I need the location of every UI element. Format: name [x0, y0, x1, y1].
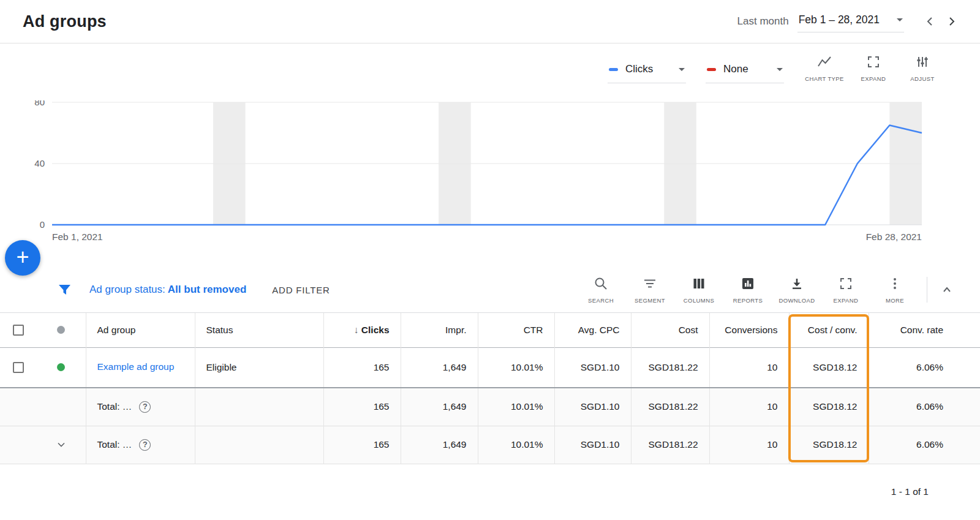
total-label: Total: …: [97, 401, 132, 412]
filter-funnel-icon: [58, 284, 71, 296]
total-ctr-cell: 10.01%: [478, 426, 554, 464]
search-icon: [594, 276, 608, 293]
col-header-ctr[interactable]: CTR: [478, 313, 554, 347]
col-header-conversions[interactable]: Conversions: [709, 313, 789, 347]
expand-icon: [866, 55, 881, 72]
add-filter-button[interactable]: ADD FILTER: [272, 285, 330, 295]
help-icon[interactable]: ?: [139, 439, 151, 451]
total-avg-cpc-cell: SGD1.10: [554, 388, 631, 426]
total-cost-per-conv-cell: SGD18.12: [789, 426, 869, 464]
date-preset-label: Last month: [737, 15, 789, 28]
table-row: Example ad group Eligible 165 1,649 10.0…: [0, 347, 980, 388]
table-toolbar: Ad group status:All but removed ADD FILT…: [0, 267, 980, 313]
download-icon: [790, 276, 804, 293]
svg-text:40: 40: [34, 158, 45, 168]
cost-cell: SGD181.22: [631, 347, 709, 388]
top-bar: Ad groups Last month Feb 1 – 28, 2021: [0, 0, 980, 43]
ad-group-name-link[interactable]: Example ad group: [97, 361, 175, 374]
pagination-bar: 1 - 1 of 1: [0, 464, 980, 519]
row-checkbox[interactable]: [13, 362, 24, 373]
collapse-panel-button[interactable]: [932, 275, 962, 304]
chevron-down-icon: [897, 18, 903, 21]
ad-groups-table: Ad group Status ↓Clicks Impr. CTR Avg. C…: [0, 313, 980, 464]
segment-button[interactable]: SEGMENT: [625, 276, 674, 304]
chevron-down-icon: [679, 68, 685, 71]
total-cost-cell: SGD181.22: [631, 426, 709, 464]
chart-x-axis-labels: Feb 1, 2021 Feb 28, 2021: [52, 232, 922, 243]
chevron-down-icon: [777, 68, 783, 71]
previous-period-button[interactable]: [920, 11, 941, 32]
total-cost-per-conv-cell: SGD18.12: [789, 388, 869, 426]
ad-group-status-cell: Eligible: [195, 347, 323, 388]
reports-button[interactable]: REPORTS: [723, 276, 772, 304]
date-range-selector[interactable]: Feb 1 – 28, 2021: [797, 11, 904, 32]
cost-per-conv-cell: SGD18.12: [789, 347, 869, 388]
series-2-label: None: [723, 63, 748, 75]
date-range-value: Feb 1 – 28, 2021: [799, 13, 880, 26]
col-header-status[interactable]: Status: [195, 313, 323, 347]
total-ctr-cell: 10.01%: [478, 388, 554, 426]
status-enabled-dot-icon: [57, 363, 65, 371]
table-expand-button[interactable]: EXPAND: [821, 276, 870, 304]
pagination-label: 1 - 1 of 1: [891, 486, 929, 497]
series-2-color-dash-icon: [707, 68, 716, 71]
download-button[interactable]: DOWNLOAD: [772, 276, 821, 304]
conversions-cell: 10: [709, 347, 789, 388]
x-axis-start-label: Feb 1, 2021: [52, 232, 103, 243]
total-account-row: Total: … ? 165 1,649 10.01% SGD1.10 SGD1…: [0, 426, 980, 464]
total-label: Total: …: [97, 439, 132, 450]
x-axis-end-label: Feb 28, 2021: [866, 232, 922, 243]
more-button[interactable]: MORE: [870, 276, 919, 304]
col-header-ad-group[interactable]: Ad group: [86, 313, 195, 347]
total-cost-cell: SGD181.22: [631, 388, 709, 426]
status-dot-header-icon: [57, 326, 65, 334]
search-button[interactable]: SEARCH: [576, 276, 625, 304]
ctr-cell: 10.01%: [478, 347, 554, 388]
total-impressions-cell: 1,649: [401, 388, 478, 426]
svg-text:0: 0: [40, 219, 45, 230]
col-header-avg-cpc[interactable]: Avg. CPC: [554, 313, 631, 347]
chart-type-icon: [817, 55, 832, 72]
chart-expand-button[interactable]: EXPAND: [849, 55, 898, 82]
sliders-icon: [915, 55, 930, 72]
series-1-label: Clicks: [625, 63, 653, 75]
more-vertical-icon: [888, 276, 902, 293]
svg-text:80: 80: [34, 100, 45, 107]
total-clicks-cell: 165: [323, 388, 401, 426]
total-conv-rate-cell: 6.06%: [869, 426, 980, 464]
select-all-checkbox[interactable]: [13, 325, 24, 336]
chart-type-button[interactable]: CHART TYPE: [800, 55, 849, 82]
total-impressions-cell: 1,649: [401, 426, 478, 464]
expand-totals-chevron-down-icon[interactable]: [48, 439, 75, 451]
conv-rate-cell: 6.06%: [869, 347, 980, 388]
chart-adjust-button[interactable]: ADJUST: [898, 55, 947, 82]
columns-icon: [692, 276, 706, 293]
impressions-cell: 1,649: [401, 347, 478, 388]
total-filtered-row: Total: … ? 165 1,649 10.01% SGD1.10 SGD1…: [0, 388, 980, 426]
col-header-cost-per-conv[interactable]: Cost / conv.: [789, 313, 869, 347]
add-ad-group-button[interactable]: +: [5, 240, 40, 276]
total-avg-cpc-cell: SGD1.10: [554, 426, 631, 464]
columns-button[interactable]: COLUMNS: [674, 276, 723, 304]
expand-icon: [839, 276, 853, 293]
date-range-area: Last month Feb 1 – 28, 2021: [737, 11, 962, 32]
chart-series-2-selector[interactable]: None: [706, 57, 784, 83]
col-header-cost[interactable]: Cost: [631, 313, 709, 347]
help-icon[interactable]: ?: [139, 401, 151, 413]
reports-icon: [741, 276, 755, 293]
col-header-conv-rate[interactable]: Conv. rate: [869, 313, 980, 347]
sort-descending-icon: ↓: [354, 325, 359, 335]
table-header-row: Ad group Status ↓Clicks Impr. CTR Avg. C…: [0, 313, 980, 347]
chart-controls: Clicks None CHART TYPE EXPAND: [608, 55, 947, 83]
clicks-line-chart: 04080: [0, 100, 980, 230]
chart-series-1-selector[interactable]: Clicks: [608, 57, 686, 83]
toolbar-divider: [927, 277, 927, 303]
total-conversions-cell: 10: [709, 388, 789, 426]
segment-icon: [643, 276, 657, 293]
col-header-impressions[interactable]: Impr.: [401, 313, 478, 347]
col-header-clicks[interactable]: ↓Clicks: [323, 313, 401, 347]
filter-chip-ad-group-status[interactable]: Ad group status:All but removed: [89, 284, 246, 296]
series-1-color-dash-icon: [609, 68, 618, 71]
next-period-button[interactable]: [941, 11, 962, 32]
performance-chart-section: Clicks None CHART TYPE EXPAND: [0, 43, 980, 267]
